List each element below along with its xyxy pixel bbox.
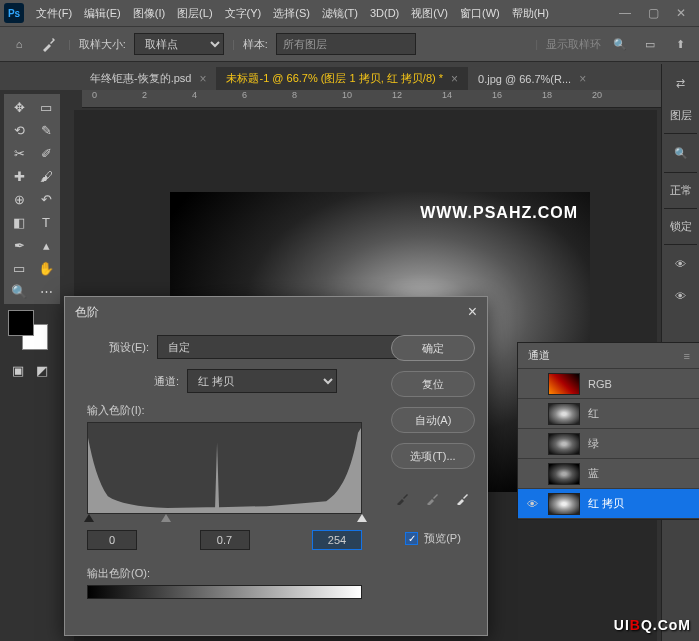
channel-select[interactable]: 红 拷贝	[187, 369, 337, 393]
menu-window[interactable]: 窗口(W)	[454, 2, 506, 25]
eyedropper-group	[391, 489, 475, 507]
hand-tool[interactable]: ✋	[33, 257, 59, 279]
gray-eyedropper-icon[interactable]	[424, 489, 442, 507]
eyedropper-tool[interactable]: ✐	[33, 142, 59, 164]
channel-row-green[interactable]: 绿	[518, 429, 699, 459]
search-icon[interactable]: 🔍	[609, 33, 631, 55]
type-tool[interactable]: T	[33, 211, 59, 233]
minimize-button[interactable]: —	[611, 3, 639, 23]
close-icon[interactable]: ×	[199, 72, 206, 86]
levels-dialog: 色阶 × 预设(E): 自定 ⚙ 通道: 红 拷贝 输入色阶(I): 输出	[64, 296, 488, 636]
auto-button[interactable]: 自动(A)	[391, 407, 475, 433]
menu-image[interactable]: 图像(I)	[127, 2, 171, 25]
output-levels-label: 输出色阶(O):	[87, 566, 473, 581]
menu-select[interactable]: 选择(S)	[267, 2, 316, 25]
panel-toggle-icon[interactable]: ⇄	[668, 70, 694, 96]
dialog-close-button[interactable]: ×	[468, 303, 477, 321]
window-controls: — ▢ ✕	[611, 3, 695, 23]
blend-mode-label: 正常	[662, 177, 699, 204]
zoom-tool[interactable]: 🔍	[6, 280, 32, 302]
input-white-field[interactable]	[312, 530, 362, 550]
close-window-button[interactable]: ✕	[667, 3, 695, 23]
tab-1[interactable]: 未标题-1 @ 66.7% (图层 1 拷贝, 红 拷贝/8) *×	[216, 67, 468, 90]
panel-menu-icon[interactable]: ≡	[684, 350, 690, 362]
menubar: Ps 文件(F) 编辑(E) 图像(I) 图层(L) 文字(Y) 选择(S) 滤…	[0, 0, 699, 26]
menu-type[interactable]: 文字(Y)	[219, 2, 268, 25]
workspace-icon[interactable]: ▭	[639, 33, 661, 55]
marquee-tool[interactable]: ▭	[33, 96, 59, 118]
layers-tab[interactable]: 图层	[662, 102, 699, 129]
menu-view[interactable]: 视图(V)	[405, 2, 454, 25]
history-brush-tool[interactable]: ↶	[33, 188, 59, 210]
channel-row-red[interactable]: 红	[518, 399, 699, 429]
input-gamma-field[interactable]	[200, 530, 250, 550]
eyedropper-tool-icon[interactable]	[38, 33, 60, 55]
shape-tool[interactable]: ▭	[6, 257, 32, 279]
standard-mode-icon[interactable]: ▣	[8, 360, 28, 380]
preview-checkbox-row[interactable]: ✓ 预览(P)	[391, 531, 475, 546]
input-black-field[interactable]	[87, 530, 137, 550]
menu-filter[interactable]: 滤镜(T)	[316, 2, 364, 25]
output-gradient[interactable]	[87, 585, 362, 599]
channel-thumb	[548, 493, 580, 515]
edit-toolbar[interactable]: ⋯	[33, 280, 59, 302]
dialog-titlebar[interactable]: 色阶 ×	[65, 297, 487, 327]
lasso-tool[interactable]: ⟲	[6, 119, 32, 141]
crop-tool[interactable]: ✂	[6, 142, 32, 164]
channel-row-rgb[interactable]: RGB	[518, 369, 699, 399]
eraser-tool[interactable]: ◧	[6, 211, 32, 233]
horizontal-ruler: 0 2 4 6 8 10 12 14 16 18 20	[82, 90, 699, 108]
tab-0[interactable]: 年终钜惠-恢复的.psd×	[80, 67, 216, 90]
sample-size-select[interactable]: 取样点	[134, 33, 224, 55]
menu-layer[interactable]: 图层(L)	[171, 2, 218, 25]
preview-checkbox[interactable]: ✓	[405, 532, 418, 545]
white-point-handle[interactable]	[357, 514, 367, 524]
menu-edit[interactable]: 编辑(E)	[78, 2, 127, 25]
sample-layers-input[interactable]	[276, 33, 416, 55]
menu-3d[interactable]: 3D(D)	[364, 3, 405, 23]
menu-help[interactable]: 帮助(H)	[506, 2, 555, 25]
channel-thumb	[548, 373, 580, 395]
show-ring-label: 显示取样环	[546, 37, 601, 52]
canvas-watermark: WWW.PSAHZ.COM	[420, 204, 578, 222]
visibility-icon[interactable]: 👁	[668, 283, 694, 309]
visibility-toggle[interactable]: 👁	[524, 498, 540, 510]
histogram[interactable]	[87, 422, 362, 514]
move-tool[interactable]: ✥	[6, 96, 32, 118]
black-point-handle[interactable]	[84, 514, 94, 524]
quickmask-mode-icon[interactable]: ◩	[32, 360, 52, 380]
ok-button[interactable]: 确定	[391, 335, 475, 361]
channel-thumb	[548, 403, 580, 425]
options-button[interactable]: 选项(T)...	[391, 443, 475, 469]
white-eyedropper-icon[interactable]	[454, 489, 472, 507]
foreground-color[interactable]	[8, 310, 34, 336]
pen-tool[interactable]: ✒	[6, 234, 32, 256]
close-icon[interactable]: ×	[451, 72, 458, 86]
black-eyedropper-icon[interactable]	[394, 489, 412, 507]
lock-label: 锁定	[662, 213, 699, 240]
channels-panel-tab[interactable]: 通道 ≡	[518, 343, 699, 369]
stamp-tool[interactable]: ⊕	[6, 188, 32, 210]
menu-file[interactable]: 文件(F)	[30, 2, 78, 25]
close-icon[interactable]: ×	[579, 72, 586, 86]
channel-row-red-copy[interactable]: 👁 红 拷贝	[518, 489, 699, 519]
maximize-button[interactable]: ▢	[639, 3, 667, 23]
channel-row-blue[interactable]: 蓝	[518, 459, 699, 489]
home-icon[interactable]: ⌂	[8, 33, 30, 55]
gamma-handle[interactable]	[161, 514, 171, 524]
brush-tool[interactable]: 🖌	[33, 165, 59, 187]
tab-2[interactable]: 0.jpg @ 66.7%(R...×	[468, 68, 596, 90]
sample-label: 样本:	[243, 37, 268, 52]
channels-panel: 通道 ≡ RGB 红 绿 蓝 👁 红 拷贝	[517, 342, 699, 520]
site-watermark: UIBQ.CoM	[614, 617, 691, 633]
search-layers-icon[interactable]: 🔍	[668, 140, 694, 166]
visibility-icon[interactable]: 👁	[668, 251, 694, 277]
dialog-buttons: 确定 复位 自动(A) 选项(T)... ✓ 预览(P)	[391, 335, 475, 546]
quick-select-tool[interactable]: ✎	[33, 119, 59, 141]
reset-button[interactable]: 复位	[391, 371, 475, 397]
healing-tool[interactable]: ✚	[6, 165, 32, 187]
input-slider[interactable]	[87, 514, 362, 526]
path-select-tool[interactable]: ▴	[33, 234, 59, 256]
color-swatches[interactable]	[8, 310, 48, 350]
share-icon[interactable]: ⬆	[669, 33, 691, 55]
